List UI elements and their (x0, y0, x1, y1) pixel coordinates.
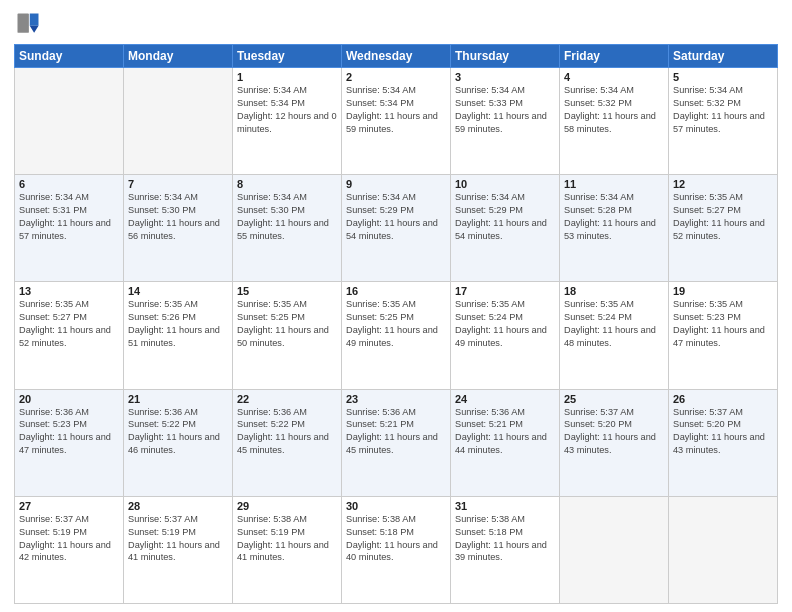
day-number: 19 (673, 285, 773, 297)
day-number: 28 (128, 500, 228, 512)
calendar-cell: 16Sunrise: 5:35 AM Sunset: 5:25 PM Dayli… (342, 282, 451, 389)
day-number: 27 (19, 500, 119, 512)
day-info: Sunrise: 5:38 AM Sunset: 5:18 PM Dayligh… (455, 513, 555, 565)
calendar-cell: 2Sunrise: 5:34 AM Sunset: 5:34 PM Daylig… (342, 68, 451, 175)
calendar-cell: 14Sunrise: 5:35 AM Sunset: 5:26 PM Dayli… (124, 282, 233, 389)
svg-marker-0 (30, 14, 39, 26)
day-info: Sunrise: 5:36 AM Sunset: 5:23 PM Dayligh… (19, 406, 119, 458)
day-info: Sunrise: 5:34 AM Sunset: 5:34 PM Dayligh… (237, 84, 337, 136)
calendar-week-row: 27Sunrise: 5:37 AM Sunset: 5:19 PM Dayli… (15, 496, 778, 603)
day-info: Sunrise: 5:36 AM Sunset: 5:21 PM Dayligh… (455, 406, 555, 458)
day-number: 7 (128, 178, 228, 190)
day-number: 18 (564, 285, 664, 297)
day-info: Sunrise: 5:34 AM Sunset: 5:32 PM Dayligh… (564, 84, 664, 136)
day-info: Sunrise: 5:35 AM Sunset: 5:24 PM Dayligh… (564, 298, 664, 350)
day-number: 16 (346, 285, 446, 297)
svg-marker-1 (30, 26, 39, 33)
day-number: 26 (673, 393, 773, 405)
day-info: Sunrise: 5:34 AM Sunset: 5:32 PM Dayligh… (673, 84, 773, 136)
calendar-cell: 13Sunrise: 5:35 AM Sunset: 5:27 PM Dayli… (15, 282, 124, 389)
day-number: 4 (564, 71, 664, 83)
logo (14, 10, 46, 38)
calendar-cell: 12Sunrise: 5:35 AM Sunset: 5:27 PM Dayli… (669, 175, 778, 282)
day-info: Sunrise: 5:35 AM Sunset: 5:27 PM Dayligh… (19, 298, 119, 350)
day-info: Sunrise: 5:35 AM Sunset: 5:25 PM Dayligh… (237, 298, 337, 350)
calendar-cell: 31Sunrise: 5:38 AM Sunset: 5:18 PM Dayli… (451, 496, 560, 603)
calendar-cell: 10Sunrise: 5:34 AM Sunset: 5:29 PM Dayli… (451, 175, 560, 282)
calendar-cell: 21Sunrise: 5:36 AM Sunset: 5:22 PM Dayli… (124, 389, 233, 496)
calendar-cell: 11Sunrise: 5:34 AM Sunset: 5:28 PM Dayli… (560, 175, 669, 282)
day-info: Sunrise: 5:38 AM Sunset: 5:19 PM Dayligh… (237, 513, 337, 565)
calendar-week-row: 20Sunrise: 5:36 AM Sunset: 5:23 PM Dayli… (15, 389, 778, 496)
calendar-header-friday: Friday (560, 45, 669, 68)
day-info: Sunrise: 5:35 AM Sunset: 5:24 PM Dayligh… (455, 298, 555, 350)
day-info: Sunrise: 5:34 AM Sunset: 5:29 PM Dayligh… (455, 191, 555, 243)
calendar-cell: 26Sunrise: 5:37 AM Sunset: 5:20 PM Dayli… (669, 389, 778, 496)
calendar-cell: 8Sunrise: 5:34 AM Sunset: 5:30 PM Daylig… (233, 175, 342, 282)
day-info: Sunrise: 5:34 AM Sunset: 5:33 PM Dayligh… (455, 84, 555, 136)
calendar-cell: 9Sunrise: 5:34 AM Sunset: 5:29 PM Daylig… (342, 175, 451, 282)
logo-icon (14, 10, 42, 38)
day-number: 29 (237, 500, 337, 512)
calendar-cell: 25Sunrise: 5:37 AM Sunset: 5:20 PM Dayli… (560, 389, 669, 496)
calendar-week-row: 13Sunrise: 5:35 AM Sunset: 5:27 PM Dayli… (15, 282, 778, 389)
calendar-cell: 22Sunrise: 5:36 AM Sunset: 5:22 PM Dayli… (233, 389, 342, 496)
day-number: 5 (673, 71, 773, 83)
day-number: 17 (455, 285, 555, 297)
calendar-cell: 6Sunrise: 5:34 AM Sunset: 5:31 PM Daylig… (15, 175, 124, 282)
calendar-cell: 18Sunrise: 5:35 AM Sunset: 5:24 PM Dayli… (560, 282, 669, 389)
calendar-cell: 19Sunrise: 5:35 AM Sunset: 5:23 PM Dayli… (669, 282, 778, 389)
calendar-header-monday: Monday (124, 45, 233, 68)
calendar-cell (560, 496, 669, 603)
calendar-header-sunday: Sunday (15, 45, 124, 68)
day-info: Sunrise: 5:34 AM Sunset: 5:31 PM Dayligh… (19, 191, 119, 243)
day-number: 11 (564, 178, 664, 190)
calendar-header-tuesday: Tuesday (233, 45, 342, 68)
calendar-cell: 3Sunrise: 5:34 AM Sunset: 5:33 PM Daylig… (451, 68, 560, 175)
calendar-cell (669, 496, 778, 603)
day-number: 13 (19, 285, 119, 297)
day-number: 12 (673, 178, 773, 190)
day-number: 22 (237, 393, 337, 405)
day-info: Sunrise: 5:37 AM Sunset: 5:19 PM Dayligh… (19, 513, 119, 565)
day-number: 9 (346, 178, 446, 190)
day-number: 21 (128, 393, 228, 405)
day-info: Sunrise: 5:37 AM Sunset: 5:20 PM Dayligh… (673, 406, 773, 458)
day-info: Sunrise: 5:35 AM Sunset: 5:23 PM Dayligh… (673, 298, 773, 350)
calendar-cell: 29Sunrise: 5:38 AM Sunset: 5:19 PM Dayli… (233, 496, 342, 603)
calendar-cell: 30Sunrise: 5:38 AM Sunset: 5:18 PM Dayli… (342, 496, 451, 603)
calendar-cell: 15Sunrise: 5:35 AM Sunset: 5:25 PM Dayli… (233, 282, 342, 389)
calendar-cell: 4Sunrise: 5:34 AM Sunset: 5:32 PM Daylig… (560, 68, 669, 175)
day-info: Sunrise: 5:38 AM Sunset: 5:18 PM Dayligh… (346, 513, 446, 565)
calendar-cell (124, 68, 233, 175)
calendar-cell: 23Sunrise: 5:36 AM Sunset: 5:21 PM Dayli… (342, 389, 451, 496)
calendar-cell: 27Sunrise: 5:37 AM Sunset: 5:19 PM Dayli… (15, 496, 124, 603)
calendar-cell: 17Sunrise: 5:35 AM Sunset: 5:24 PM Dayli… (451, 282, 560, 389)
header (14, 10, 778, 38)
day-number: 14 (128, 285, 228, 297)
day-number: 6 (19, 178, 119, 190)
day-info: Sunrise: 5:36 AM Sunset: 5:22 PM Dayligh… (237, 406, 337, 458)
day-number: 10 (455, 178, 555, 190)
calendar-cell (15, 68, 124, 175)
day-number: 25 (564, 393, 664, 405)
day-info: Sunrise: 5:34 AM Sunset: 5:28 PM Dayligh… (564, 191, 664, 243)
day-number: 31 (455, 500, 555, 512)
calendar-table: SundayMondayTuesdayWednesdayThursdayFrid… (14, 44, 778, 604)
svg-rect-2 (18, 14, 29, 33)
day-info: Sunrise: 5:34 AM Sunset: 5:34 PM Dayligh… (346, 84, 446, 136)
calendar-cell: 1Sunrise: 5:34 AM Sunset: 5:34 PM Daylig… (233, 68, 342, 175)
calendar-week-row: 1Sunrise: 5:34 AM Sunset: 5:34 PM Daylig… (15, 68, 778, 175)
day-number: 20 (19, 393, 119, 405)
day-number: 24 (455, 393, 555, 405)
day-info: Sunrise: 5:34 AM Sunset: 5:30 PM Dayligh… (237, 191, 337, 243)
calendar-cell: 20Sunrise: 5:36 AM Sunset: 5:23 PM Dayli… (15, 389, 124, 496)
calendar-header-saturday: Saturday (669, 45, 778, 68)
day-number: 15 (237, 285, 337, 297)
calendar-cell: 7Sunrise: 5:34 AM Sunset: 5:30 PM Daylig… (124, 175, 233, 282)
day-number: 1 (237, 71, 337, 83)
day-number: 30 (346, 500, 446, 512)
calendar-cell: 28Sunrise: 5:37 AM Sunset: 5:19 PM Dayli… (124, 496, 233, 603)
page: SundayMondayTuesdayWednesdayThursdayFrid… (0, 0, 792, 612)
calendar-header-wednesday: Wednesday (342, 45, 451, 68)
